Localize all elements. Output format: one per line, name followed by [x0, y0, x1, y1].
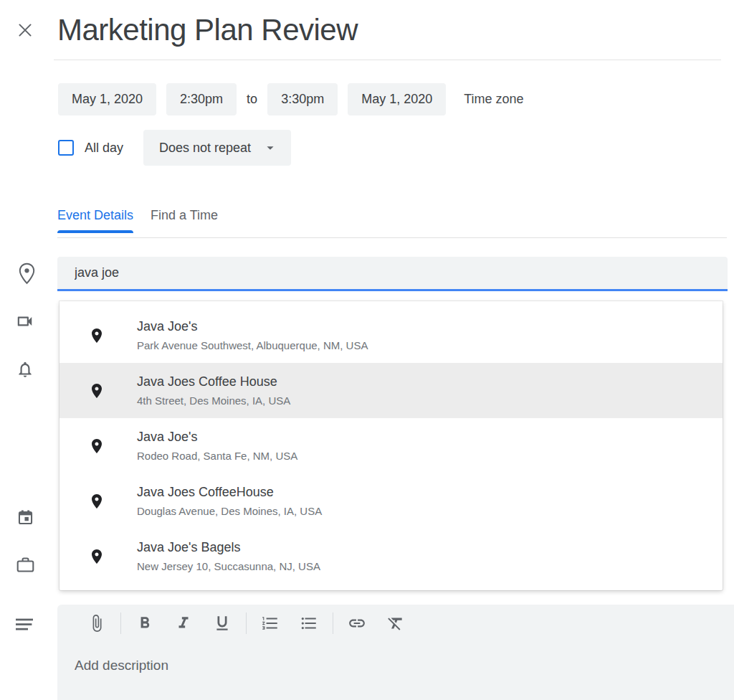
- underline-icon[interactable]: [213, 614, 232, 633]
- location-suggestion[interactable]: Java Joe's Rodeo Road, Santa Fe, NM, USA: [59, 418, 723, 473]
- numbered-list-icon[interactable]: [261, 614, 280, 633]
- briefcase-icon: [16, 555, 35, 574]
- toolbar-separator: [120, 612, 121, 634]
- suggestion-address: Douglas Avenue, Des Moines, IA, USA: [137, 504, 322, 518]
- close-button[interactable]: [16, 21, 34, 39]
- suggestion-title: Java Joe's: [137, 318, 368, 334]
- suggestion-address: Park Avenue Southwest, Albuquerque, NM, …: [137, 339, 368, 352]
- place-pin-icon: [88, 382, 105, 399]
- suggestion-address: New Jersey 10, Succasunna, NJ, USA: [137, 559, 320, 573]
- location-input[interactable]: [57, 257, 728, 291]
- tab-bar: Event Details Find a Time: [57, 208, 218, 233]
- location-pin-icon: [18, 262, 36, 285]
- place-pin-icon: [88, 548, 105, 565]
- video-camera-icon: [15, 312, 34, 331]
- to-label: to: [247, 92, 257, 107]
- description-placeholder: Add description: [75, 658, 168, 673]
- all-day-checkbox[interactable]: [58, 140, 74, 156]
- place-pin-icon: [88, 493, 105, 510]
- end-time-chip[interactable]: 3:30pm: [267, 83, 338, 115]
- location-suggestion-highlighted[interactable]: Java Joes Coffee House 4th Street, Des M…: [59, 363, 723, 418]
- event-title-field[interactable]: Marketing Plan Review: [57, 13, 358, 47]
- tabs-divider: [57, 237, 727, 238]
- tab-find-a-time[interactable]: Find a Time: [151, 208, 218, 233]
- recurrence-value: Does not repeat: [159, 141, 251, 156]
- location-suggestion[interactable]: Java Joe's Park Avenue Southwest, Albuqu…: [59, 308, 723, 363]
- notification-bell-icon: [16, 359, 34, 379]
- chevron-down-icon: [262, 140, 278, 156]
- allday-row: All day Does not repeat: [58, 130, 291, 166]
- title-divider: [54, 60, 721, 60]
- insert-link-icon[interactable]: [348, 614, 366, 633]
- place-pin-icon: [88, 438, 105, 455]
- end-date-chip[interactable]: May 1, 2020: [348, 83, 446, 115]
- bulleted-list-icon[interactable]: [300, 614, 318, 633]
- suggestion-title: Java Joe's: [137, 429, 297, 445]
- description-area[interactable]: Add description: [57, 605, 734, 700]
- start-time-chip[interactable]: 2:30pm: [166, 83, 237, 115]
- timezone-link[interactable]: Time zone: [464, 92, 523, 107]
- suggestion-title: Java Joes CoffeeHouse: [137, 484, 322, 500]
- close-icon: [16, 31, 34, 42]
- clear-formatting-icon[interactable]: [386, 614, 405, 633]
- calendar-icon: [16, 508, 34, 527]
- suggestion-address: Rodeo Road, Santa Fe, NM, USA: [137, 449, 297, 463]
- suggestion-title: Java Joe's Bagels: [137, 539, 320, 555]
- location-suggestion[interactable]: Java Joe's Bagels New Jersey 10, Succasu…: [59, 529, 723, 584]
- attach-file-icon[interactable]: [87, 614, 106, 633]
- formatting-toolbar: [57, 605, 734, 642]
- toolbar-separator: [333, 612, 333, 634]
- toolbar-separator: [246, 612, 247, 634]
- datetime-row: May 1, 2020 2:30pm to 3:30pm May 1, 2020…: [58, 83, 524, 115]
- start-date-chip[interactable]: May 1, 2020: [58, 83, 156, 115]
- location-suggestions-dropdown: Java Joe's Park Avenue Southwest, Albuqu…: [59, 301, 723, 590]
- place-pin-icon: [88, 327, 105, 344]
- description-lines-icon: [16, 618, 34, 632]
- suggestion-title: Java Joes Coffee House: [137, 374, 290, 389]
- suggestion-address: 4th Street, Des Moines, IA, USA: [137, 394, 290, 407]
- italic-icon[interactable]: [174, 614, 193, 633]
- tab-event-details[interactable]: Event Details: [57, 208, 133, 233]
- all-day-label: All day: [85, 141, 123, 156]
- location-suggestion[interactable]: Java Joes CoffeeHouse Douglas Avenue, De…: [59, 473, 723, 529]
- recurrence-dropdown[interactable]: Does not repeat: [143, 130, 291, 166]
- bold-icon[interactable]: [135, 614, 154, 633]
